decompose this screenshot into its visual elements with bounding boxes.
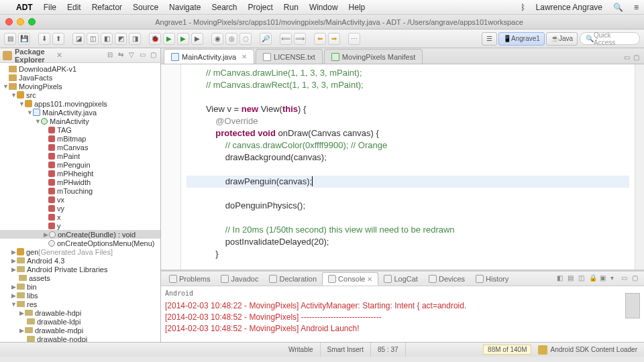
perspective-java[interactable]: ☕Java (546, 32, 578, 46)
toolbar-more[interactable]: ⋯ (348, 33, 360, 45)
maximize-editor-button[interactable]: ▢ (632, 54, 640, 62)
method-oncreate[interactable]: onCreate(Bundle) : void (58, 231, 136, 239)
trash-heap-icon[interactable] (538, 345, 547, 355)
search-button[interactable]: 🔎 (260, 33, 272, 45)
new-folder-button[interactable]: ◌ (239, 33, 252, 45)
menu-file[interactable]: File (44, 3, 56, 12)
field-x[interactable]: x (57, 213, 61, 221)
libs-folder[interactable]: libs (27, 292, 38, 300)
menu-refactor[interactable]: Refactor (92, 3, 122, 12)
field-tag[interactable]: TAG (57, 126, 72, 134)
open-perspective-button[interactable]: ☰ (482, 32, 497, 46)
forward-button[interactable]: ➡ (328, 33, 340, 45)
link-editor-button[interactable]: ⇆ (116, 51, 125, 60)
debug-button[interactable]: 🐞 (149, 33, 161, 45)
new-xml-button[interactable]: ◧ (101, 33, 113, 45)
close-icon[interactable]: ✕ (367, 276, 372, 283)
project-movingpixels[interactable]: MovingPixels (19, 82, 62, 90)
java-file-node[interactable]: MainActivity.java (42, 109, 97, 117)
next-annotation-button[interactable]: ⟹ (294, 33, 306, 45)
heap-status[interactable]: 88M of 140M (483, 345, 531, 355)
back-button[interactable]: ⬅ (314, 33, 326, 45)
run-button[interactable]: ▶ (163, 33, 175, 45)
field-canvas[interactable]: mCanvas (57, 143, 88, 152)
tab-declaration[interactable]: Declaration (264, 272, 322, 286)
toolbar-btn-b[interactable]: ◨ (129, 33, 141, 45)
console-body[interactable]: Android [2014-02-03 10:48:22 - MovingPix… (161, 286, 644, 342)
maximize-panel-button[interactable]: ▢ (632, 274, 641, 284)
field-penguin[interactable]: mPenguin (57, 161, 91, 169)
console-clear-button[interactable]: ◫ (578, 274, 588, 284)
save-button[interactable]: 💾 (18, 33, 30, 45)
project-downloadapk[interactable]: DownloadAPK-v1 (19, 65, 76, 73)
minimize-view-button[interactable]: ▭ (138, 51, 147, 60)
vertical-scrollbar[interactable] (635, 64, 644, 269)
new-class-button[interactable]: ◎ (225, 33, 237, 45)
console-dropdown-button[interactable]: ▾ (610, 274, 620, 284)
minimize-panel-button[interactable]: ▭ (621, 274, 631, 284)
new-package-button[interactable]: ◉ (211, 33, 223, 45)
drawable-hdpi[interactable]: drawable-hdpi (35, 309, 81, 317)
gen-folder[interactable]: gen (26, 248, 38, 256)
new-button[interactable]: ▤ (4, 33, 16, 45)
menu-window[interactable]: Window (309, 3, 338, 12)
toolbar-btn-a[interactable]: ◩ (115, 33, 127, 45)
field-pheight[interactable]: mPHheight (57, 170, 93, 178)
tab-manifest[interactable]: MovingPixels Manifest (324, 49, 423, 64)
package-tree[interactable]: DownloadAPK-v1 JavaFacts ▼MovingPixels ▼… (0, 63, 160, 342)
drawable-ldpi[interactable]: drawable-ldpi (37, 318, 80, 326)
console-display-button[interactable]: ▤ (568, 274, 577, 284)
res-folder[interactable]: res (27, 300, 37, 308)
window-minimize-button[interactable] (17, 18, 24, 25)
window-close-button[interactable] (5, 18, 13, 25)
collapse-icon[interactable]: ▼ (3, 83, 9, 90)
view-menu-button[interactable]: ▽ (127, 51, 136, 60)
field-touching[interactable]: mTouching (57, 187, 93, 195)
tab-mainactivity[interactable]: MainActivity.java✕ (164, 49, 254, 64)
src-folder[interactable]: src (26, 91, 36, 99)
package-explorer-close[interactable]: ✕ (56, 51, 62, 60)
field-y[interactable]: y (57, 222, 61, 230)
user-name[interactable]: Lawrence Angrave (536, 3, 602, 12)
assets-folder[interactable]: assets (29, 274, 50, 282)
android-lib[interactable]: Android 4.3 (27, 257, 64, 265)
sdk-manager-button[interactable]: ⬇ (38, 33, 50, 45)
field-pwidth[interactable]: mPHwidth (57, 178, 91, 186)
tab-devices[interactable]: Devices (423, 272, 470, 286)
menu-project[interactable]: Project (248, 3, 273, 12)
package-node[interactable]: apps101.movingpixels (34, 100, 107, 108)
collapse-all-button[interactable]: ⊟ (105, 51, 115, 60)
field-bitmap[interactable]: mBitmap (57, 135, 86, 143)
prev-annotation-button[interactable]: ⟸ (280, 33, 292, 45)
spotlight-icon[interactable]: 🔍 (613, 3, 623, 12)
avd-manager-button[interactable]: ⬆ (52, 33, 64, 45)
console-scrollbar[interactable] (625, 293, 640, 318)
menu-edit[interactable]: Edit (67, 3, 81, 12)
new-project-button[interactable]: ◫ (87, 33, 99, 45)
perspective-angrave1[interactable]: 📱Angrave1 (498, 32, 545, 46)
project-javafacts[interactable]: JavaFacts (19, 74, 52, 82)
menu-help[interactable]: Help (349, 3, 366, 12)
tab-history[interactable]: History (470, 272, 514, 286)
bin-folder[interactable]: bin (27, 283, 37, 291)
menu-run[interactable]: Run (284, 3, 299, 12)
code-content[interactable]: // mCanvas.drawLine(1, 1, 3, 3, mPaint);… (181, 64, 635, 269)
editor-gutter[interactable] (161, 64, 181, 269)
bluetooth-icon[interactable]: ᛒ (521, 3, 525, 12)
close-tab-icon[interactable]: ✕ (241, 53, 247, 60)
class-node[interactable]: MainActivity (50, 117, 89, 125)
menu-search[interactable]: Search (211, 3, 237, 12)
drawable-nodpi[interactable]: drawable-nodpi (37, 335, 87, 343)
tab-license[interactable]: LICENSE.txt (256, 49, 323, 64)
tab-javadoc[interactable]: Javadoc (215, 272, 264, 286)
drawable-mdpi[interactable]: drawable-mdpi (35, 326, 83, 335)
window-zoom-button[interactable] (28, 18, 36, 25)
code-editor[interactable]: // mCanvas.drawLine(1, 1, 3, 3, mPaint);… (161, 64, 644, 269)
menu-source[interactable]: Source (133, 3, 158, 12)
menu-navigate[interactable]: Navigate (169, 3, 201, 12)
menu-extras-icon[interactable]: ≡ (634, 3, 639, 12)
method-oncreateopt[interactable]: onCreateOptionsMenu(Menu) (57, 239, 155, 247)
tab-logcat[interactable]: LogCat (378, 272, 423, 286)
app-name[interactable]: ADT (16, 3, 33, 12)
maximize-view-button[interactable]: ▢ (148, 51, 158, 60)
